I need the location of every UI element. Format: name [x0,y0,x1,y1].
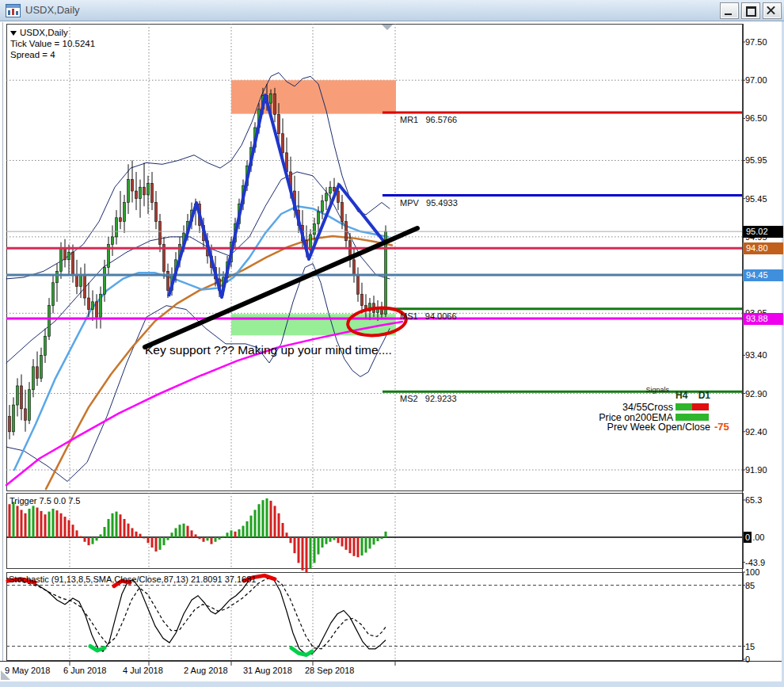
price-tag: 94.45 [743,269,783,281]
price-tag: 94.80 [743,242,783,254]
left-frame-line [2,22,3,680]
stochastic-label: Stochastic (91,13,8,5,SMA,Close/Close,87… [9,574,256,584]
mpv-level-label: MPV 95.4933 [400,198,458,208]
date-label: 4 Jul 2018 [123,666,163,675]
signal-200ema-h4-cell [676,414,692,421]
ms1-level-label: MS1 94.0066 [400,311,457,321]
signal-cross-h4-cell [676,403,692,410]
price-tag: 93.88 [743,313,783,325]
price-tick-label: 96.50 [745,113,767,124]
stochastic-tick-label: 100 [745,567,759,578]
mr1-level-label: MR1 96.5766 [400,115,457,124]
trigger-zero-tag: 0.00 [744,532,764,543]
maximize-button[interactable] [741,2,760,19]
spread-label: Spread = 4 [10,49,95,60]
signal-row-label-prev-week: Prev Week Open/Close [475,422,710,433]
signals-title: Signals [590,386,669,394]
signals-col-d1: D1 [698,390,710,401]
maximize-icon [746,6,756,17]
signals-column-headers: H4 D1 [676,390,710,401]
date-label: 31 Aug 2018 [243,666,292,675]
date-axis[interactable] [0,661,782,681]
key-support-annotation: Key support ??? Making up your mind time… [145,343,392,357]
stochastic-tick-label: 0 [745,654,750,665]
stochastic-tick-label: 15 [745,641,755,652]
title-bar[interactable]: USDX,Daily [0,0,784,21]
stochastic-indicator-panel[interactable] [6,572,744,661]
trigger-indicator-panel[interactable] [6,493,744,569]
date-label: 2 Aug 2018 [184,666,228,675]
ms2-level-label: MS2 92.9233 [400,394,457,403]
date-label: 6 Jun 2018 [63,666,106,675]
chart-info-block: USDX,Daily Tick Value = 10.5241 Spread =… [10,27,95,60]
trigger-tick-label: 65.3 [745,494,762,506]
price-tick-label: 97.00 [745,74,767,86]
current-bar-marker-icon [382,25,393,30]
symbol-caret-icon [10,31,17,36]
prev-week-value: -75 [714,421,729,433]
date-label: 9 May 2018 [5,666,50,675]
price-tick-label: 92.90 [745,388,767,399]
price-tick-label: 97.50 [745,36,767,48]
window-title: USDX,Daily [25,4,80,16]
symbol-label: USDX,Daily [20,28,68,37]
signal-cross-d1-cell [692,403,709,410]
minimize-button[interactable] [720,2,739,19]
price-tick-label: 92.40 [745,426,767,437]
price-tick-label: 95.45 [745,193,767,204]
tick-value-label: Tick Value = 10.5241 [10,38,95,49]
chart-window-icon [6,4,21,17]
signal-200ema-d1-cell [692,414,709,421]
signals-col-h4: H4 [676,390,687,401]
signal-bar-cross [676,403,709,410]
minimize-icon [725,13,732,15]
stochastic-tick-label: 85 [745,580,755,591]
price-tick-label: 95.95 [745,155,767,166]
price-tick-label: 91.90 [745,464,767,475]
price-tag: 95.02 [743,226,783,238]
close-button[interactable] [763,2,782,19]
trigger-label: Trigger 7.5 0.0 7.5 [10,496,80,506]
signal-bar-200ema [676,414,709,421]
price-tick-label: 93.40 [745,349,767,361]
signal-row-label-cross: 34/55Cross [475,402,673,413]
date-label: 28 Sep 2018 [305,666,354,675]
